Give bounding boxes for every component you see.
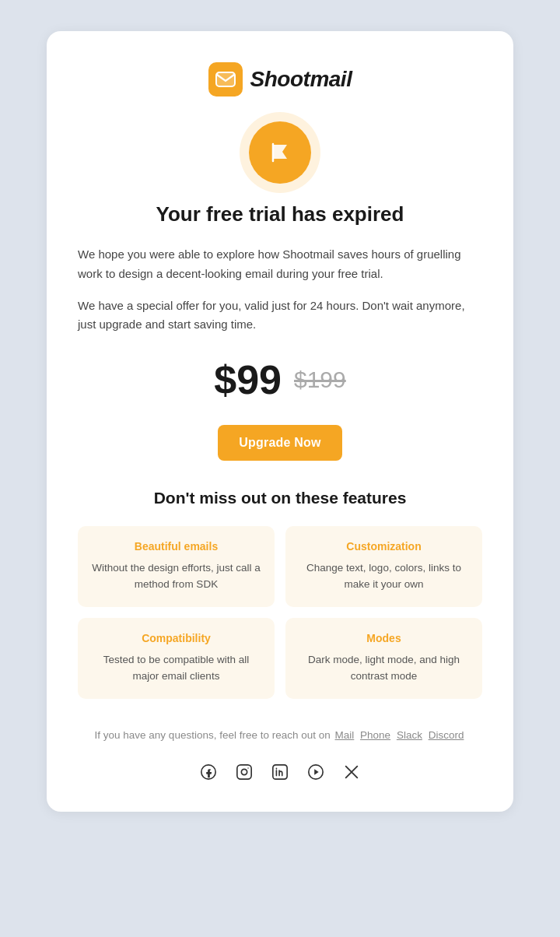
feature-title-3: Modes <box>299 632 468 644</box>
svg-rect-0 <box>216 72 235 86</box>
features-title: Don't miss out on these features <box>78 489 482 507</box>
price-area: $99 $199 <box>78 356 482 403</box>
x-twitter-icon[interactable] <box>340 760 363 784</box>
footer-contact: If you have any questions, feel free to … <box>78 727 482 745</box>
logo-area: Shootmail <box>78 62 482 97</box>
feature-title-1: Customization <box>299 540 468 553</box>
footer-contact-text: If you have any questions, feel free to … <box>95 729 331 741</box>
social-icons <box>78 760 482 784</box>
feature-desc-2: Tested to be compatible with all major e… <box>92 652 261 685</box>
logo-icon <box>208 62 243 97</box>
feature-title-2: Compatibility <box>92 632 261 644</box>
feature-card-compatibility: Compatibility Tested to be compatible wi… <box>78 618 275 699</box>
footer-link-mail[interactable]: Mail <box>335 729 355 741</box>
svg-point-5 <box>247 767 248 768</box>
svg-marker-10 <box>314 769 319 774</box>
footer-link-discord[interactable]: Discord <box>429 729 464 741</box>
main-title: Your free trial has expired <box>78 202 482 226</box>
linkedin-icon[interactable] <box>268 760 292 784</box>
svg-rect-3 <box>237 764 251 778</box>
logo-text: Shootmail <box>250 67 352 92</box>
features-grid: Beautiful emails Without the design effo… <box>78 526 482 699</box>
instagram-icon[interactable] <box>233 760 256 784</box>
hero-flag-icon <box>249 121 311 184</box>
feature-desc-3: Dark mode, light mode, and high contrast… <box>299 652 468 685</box>
price-new: $99 <box>214 356 282 403</box>
feature-desc-1: Change text, logo, colors, links to make… <box>299 560 468 593</box>
body-text-1: We hope you were able to explore how Sho… <box>78 245 482 284</box>
facebook-icon[interactable] <box>197 760 220 784</box>
svg-point-4 <box>241 769 247 774</box>
main-card: Shootmail Your free trial has expired We… <box>47 31 513 812</box>
feature-card-modes: Modes Dark mode, light mode, and high co… <box>285 618 482 699</box>
feature-title-0: Beautiful emails <box>92 540 261 553</box>
feature-desc-0: Without the design efforts, just call a … <box>92 560 261 593</box>
feature-card-beautiful-emails: Beautiful emails Without the design effo… <box>78 526 275 607</box>
footer-link-phone[interactable]: Phone <box>360 729 390 741</box>
footer-link-slack[interactable]: Slack <box>397 729 422 741</box>
upgrade-button[interactable]: Upgrade Now <box>218 425 342 461</box>
body-text-2: We have a special offer for you, valid j… <box>78 297 482 335</box>
youtube-icon[interactable] <box>304 760 327 784</box>
price-old: $199 <box>294 367 346 393</box>
hero-icon-wrap <box>78 121 482 184</box>
feature-card-customization: Customization Change text, logo, colors,… <box>285 526 482 607</box>
